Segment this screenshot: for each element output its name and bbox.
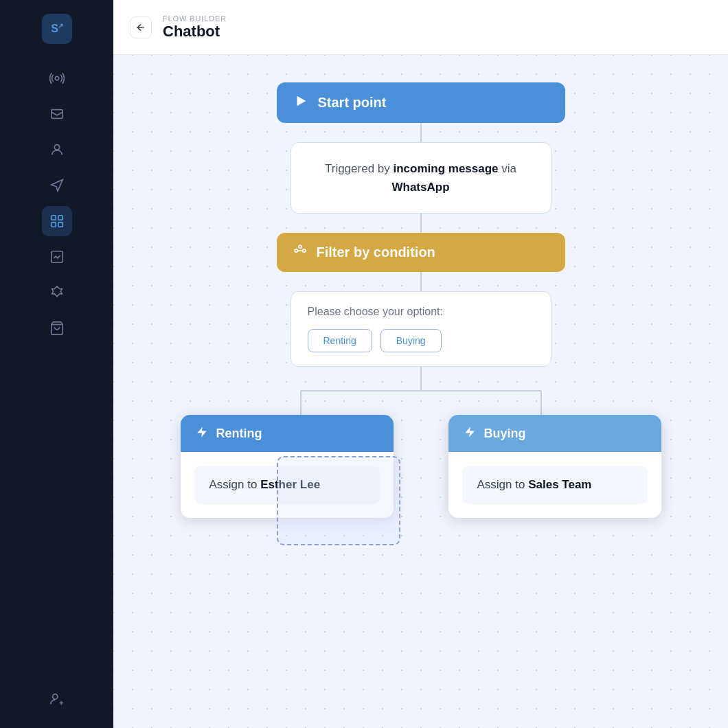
buying-assign-prefix: Assign to [477, 478, 529, 491]
app-container: S↗ [0, 0, 728, 728]
svg-point-11 [295, 249, 297, 252]
buying-card: Buying Assign to Sales Team [448, 415, 661, 518]
branch-lines-svg [181, 367, 661, 415]
buying-action-card[interactable]: Buying Assign to Sales Team [448, 415, 661, 518]
trigger-prefix: Triggered by [325, 162, 394, 175]
renting-card-body: Assign to Esther Lee [181, 452, 394, 518]
renting-action-card[interactable]: Renting Assign to Esther Lee [181, 415, 394, 518]
buying-assign-text: Assign to Sales Team [477, 478, 592, 491]
filter-label: Filter by condition [317, 244, 435, 260]
trigger-middle: via [499, 162, 516, 175]
buying-card-header: Buying [448, 415, 661, 452]
branch-spacer [418, 415, 424, 518]
options-prompt: Please choose your optiont: [308, 306, 534, 318]
branch-section: Renting Assign to Esther Lee [181, 367, 661, 518]
svg-marker-10 [297, 96, 306, 106]
buying-assign-bold: Sales Team [528, 478, 591, 491]
header: FLOW BUILDER Chatbot [113, 0, 728, 55]
trigger-box: Triggered by incoming message via WhatsA… [291, 142, 551, 214]
back-button[interactable] [130, 16, 152, 38]
svg-point-9 [52, 694, 57, 699]
connector-1 [420, 123, 422, 142]
renting-card-header: Renting [181, 415, 394, 452]
renting-lightning-icon [196, 426, 208, 441]
page-title: Chatbot [163, 23, 227, 41]
option-renting-button[interactable]: Renting [308, 329, 372, 352]
filter-icon [293, 244, 307, 261]
svg-marker-19 [197, 427, 207, 437]
svg-rect-4 [58, 216, 62, 220]
sidebar-item-campaigns[interactable] [42, 170, 72, 201]
trigger-bold1: incoming message [394, 162, 499, 175]
trigger-bold2: WhatsApp [391, 181, 449, 194]
main-area: FLOW BUILDER Chatbot Start point [113, 0, 728, 728]
renting-assign-text: Assign to Esther Lee [209, 478, 321, 491]
sidebar-item-contacts[interactable] [42, 135, 72, 165]
sidebar-item-reports[interactable] [42, 242, 72, 272]
svg-rect-5 [51, 223, 55, 227]
renting-assign-prefix: Assign to [209, 478, 261, 491]
filter-node[interactable]: Filter by condition [277, 233, 565, 272]
app-logo[interactable]: S↗ [42, 14, 72, 44]
svg-rect-1 [51, 110, 62, 119]
renting-assign-bold: Esther Lee [260, 478, 320, 491]
svg-rect-3 [51, 216, 55, 220]
cards-row: Renting Assign to Esther Lee [181, 415, 661, 518]
buying-card-label: Buying [484, 426, 526, 441]
logo-text: S↗ [51, 22, 62, 35]
start-point-label: Start point [318, 95, 387, 111]
svg-point-2 [54, 145, 59, 150]
options-box: Please choose your optiont: Renting Buyi… [291, 291, 551, 367]
sidebar-item-inbox[interactable] [42, 99, 72, 129]
renting-assign-box: Assign to Esther Lee [194, 466, 380, 504]
svg-point-12 [298, 245, 301, 248]
buying-lightning-icon [464, 426, 476, 441]
option-buying-button[interactable]: Buying [380, 329, 442, 352]
sidebar-item-integrations[interactable] [42, 277, 72, 308]
breadcrumb: FLOW BUILDER [163, 14, 227, 23]
buying-assign-box: Assign to Sales Team [462, 466, 648, 504]
svg-rect-6 [58, 223, 62, 227]
buying-card-body: Assign to Sales Team [448, 452, 661, 518]
options-buttons: Renting Buying [308, 329, 534, 352]
sidebar-item-flow-builder[interactable] [42, 206, 72, 236]
renting-card: Renting Assign to Esther Lee [181, 415, 394, 518]
connector-3 [420, 272, 422, 291]
renting-card-label: Renting [216, 426, 262, 441]
sidebar-item-broadcast[interactable] [42, 63, 72, 93]
connector-2 [420, 214, 422, 233]
svg-point-13 [302, 249, 305, 252]
svg-point-0 [55, 76, 59, 80]
sidebar-item-commerce[interactable] [42, 313, 72, 343]
start-point-node[interactable]: Start point [277, 82, 565, 123]
sidebar-item-add-user[interactable] [42, 684, 72, 714]
header-title-group: FLOW BUILDER Chatbot [163, 14, 227, 41]
canvas-content: Start point Triggered by incoming messag… [113, 55, 728, 545]
canvas-area: Start point Triggered by incoming messag… [113, 55, 728, 728]
play-icon [293, 93, 308, 112]
svg-marker-20 [465, 427, 475, 437]
sidebar: S↗ [0, 0, 113, 728]
sidebar-bottom [42, 670, 72, 714]
